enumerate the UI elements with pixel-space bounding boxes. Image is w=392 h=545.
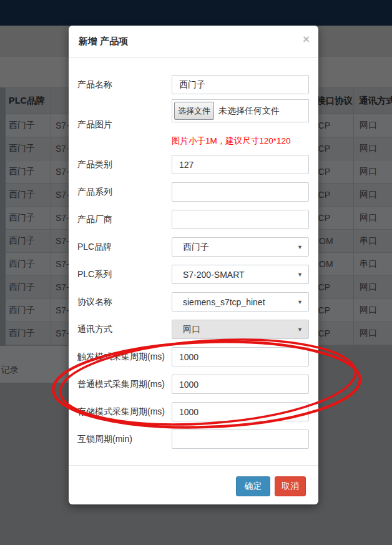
file-status-text: 未选择任何文件 <box>218 100 280 122</box>
modal-footer: 确定 取消 <box>69 465 318 505</box>
plc-brand-select-value: 西门子 <box>183 242 209 253</box>
add-product-modal: 新增 产品项 × 产品名称 产品图片 选择文件 未选择任何文件 图片小于1M，建… <box>69 26 318 504</box>
normal-mode-period-label: 普通模式采集周期(ms) <box>77 379 165 390</box>
product-vendor-input[interactable] <box>172 210 309 229</box>
plc-series-select-value: S7-200-SMART <box>183 270 245 280</box>
comm-mode-label: 通讯方式 <box>77 324 112 335</box>
chevron-down-icon: ▼ <box>297 272 303 278</box>
image-size-hint: 图片小于1M，建议尺寸120*120 <box>172 135 291 147</box>
chevron-down-icon: ▼ <box>297 299 303 305</box>
product-vendor-label: 产品厂商 <box>77 214 112 225</box>
storage-mode-period-input[interactable] <box>172 402 309 421</box>
chevron-down-icon: ▼ <box>297 244 303 250</box>
modal-header: 新增 产品项 × <box>69 26 318 58</box>
modal-title: 新增 产品项 <box>79 36 128 47</box>
product-name-input[interactable] <box>172 75 309 94</box>
confirm-button[interactable]: 确定 <box>236 476 270 496</box>
protocol-name-label: 协议名称 <box>77 297 112 308</box>
product-image-file-input[interactable]: 选择文件 未选择任何文件 <box>172 99 309 122</box>
chevron-down-icon: ▼ <box>297 327 303 333</box>
comm-mode-select-value: 网口 <box>183 324 200 335</box>
trigger-mode-period-label: 触发模式采集周期(ms) <box>77 351 165 363</box>
comm-mode-select: 网口 ▼ <box>172 320 309 339</box>
product-category-input[interactable] <box>172 155 309 174</box>
product-series-input[interactable] <box>172 182 309 202</box>
cancel-button[interactable]: 取消 <box>275 476 306 496</box>
product-name-label: 产品名称 <box>77 79 112 91</box>
trigger-mode-period-input[interactable] <box>172 347 309 366</box>
protocol-name-select-value: siemens_s7tcp_hinet <box>183 297 265 307</box>
choose-file-button[interactable]: 选择文件 <box>174 102 214 120</box>
protocol-name-select[interactable]: siemens_s7tcp_hinet ▼ <box>172 292 309 312</box>
interlock-period-input[interactable] <box>172 430 309 449</box>
plc-series-label: PLC系列 <box>77 269 112 280</box>
plc-series-select[interactable]: S7-200-SMART ▼ <box>172 265 309 284</box>
plc-brand-select[interactable]: 西门子 ▼ <box>172 237 309 257</box>
storage-mode-period-label: 存储模式采集周期(ms) <box>77 406 165 418</box>
normal-mode-period-input[interactable] <box>172 375 309 394</box>
screen: PLC品牌 接口协议 通讯方式 西门子 S7- TCP 网口 西门子 S7- T… <box>0 0 392 545</box>
plc-brand-label: PLC品牌 <box>77 242 112 253</box>
product-image-label: 产品图片 <box>77 119 112 130</box>
product-series-label: 产品系列 <box>77 187 112 198</box>
product-category-label: 产品类别 <box>77 159 112 170</box>
interlock-period-label: 互锁周期(min) <box>77 434 132 445</box>
close-icon[interactable]: × <box>303 33 310 45</box>
